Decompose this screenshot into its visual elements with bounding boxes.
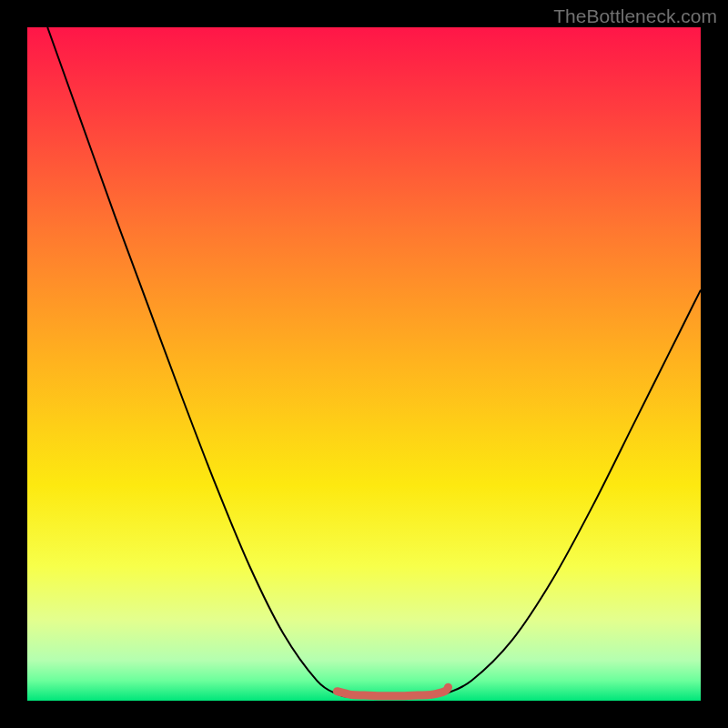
watermark-text: TheBottleneck.com — [553, 5, 717, 27]
curve-layer — [27, 27, 701, 701]
valley-floor-marker — [337, 687, 448, 696]
plot-area — [27, 27, 701, 701]
left-valley-curve — [47, 27, 350, 697]
right-valley-curve — [431, 290, 701, 698]
